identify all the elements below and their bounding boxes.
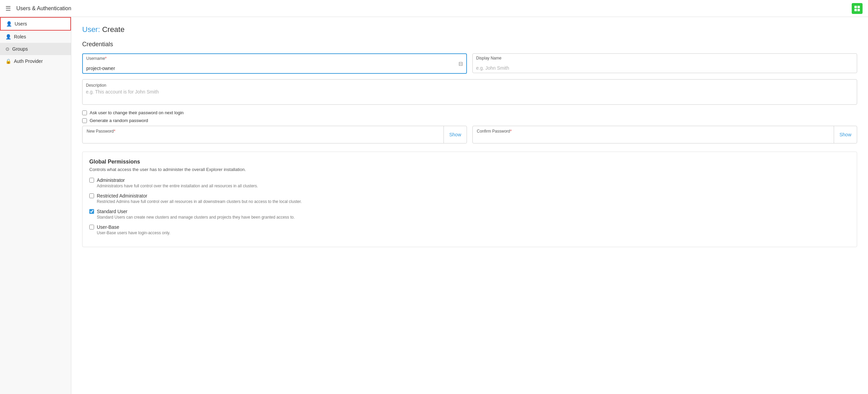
generate-password-checkbox[interactable] bbox=[82, 118, 87, 123]
sidebar: 👤 Users 👤 Roles ⊙ Groups 🔒 Auth Provider bbox=[0, 17, 71, 394]
description-input-wrapper[interactable]: Description bbox=[82, 79, 857, 105]
sidebar-item-roles[interactable]: 👤 Roles bbox=[0, 31, 71, 43]
credentials-row-1: Username* ⊟ Display Name bbox=[82, 53, 857, 74]
administrator-desc: Administrators have full control over th… bbox=[97, 184, 850, 188]
generate-password-row: Generate a random password bbox=[82, 118, 857, 123]
svg-rect-1 bbox=[857, 6, 860, 8]
permission-user-base: User-Base User-Base users have login-acc… bbox=[89, 224, 850, 235]
user-base-checkbox[interactable] bbox=[89, 225, 94, 229]
new-password-inner: New Password* bbox=[83, 126, 444, 143]
content-area: User: Create Credentials Username* ⊟ bbox=[71, 17, 868, 394]
groups-icon: ⊙ bbox=[5, 46, 10, 52]
new-password-field: New Password* Show bbox=[82, 126, 467, 143]
restricted-admin-desc: Restricted Admins have full control over… bbox=[97, 199, 850, 204]
main-layout: 👤 Users 👤 Roles ⊙ Groups 🔒 Auth Provider… bbox=[0, 17, 868, 394]
generate-password-label: Generate a random password bbox=[90, 118, 148, 123]
username-label: Username* bbox=[86, 54, 458, 61]
permissions-title: Global Permissions bbox=[89, 159, 850, 165]
permission-restricted-admin-header: Restricted Administrator bbox=[89, 193, 850, 199]
confirm-password-show-button[interactable]: Show bbox=[834, 132, 857, 137]
permission-restricted-admin: Restricted Administrator Restricted Admi… bbox=[89, 193, 850, 204]
username-field: Username* ⊟ bbox=[82, 53, 467, 74]
credentials-row-2: Description bbox=[82, 79, 857, 105]
sidebar-item-groups[interactable]: ⊙ Groups bbox=[0, 43, 71, 55]
permission-user-base-header: User-Base bbox=[89, 224, 850, 230]
display-name-label: Display Name bbox=[476, 54, 853, 61]
roles-icon: 👤 bbox=[5, 34, 11, 39]
permissions-desc: Controls what access the user has to adm… bbox=[89, 167, 850, 172]
ask-password-row: Ask user to change their password on nex… bbox=[82, 110, 857, 115]
sidebar-item-roles-label: Roles bbox=[14, 34, 26, 39]
top-bar: ☰ Users & Authentication bbox=[0, 0, 868, 17]
username-input[interactable] bbox=[86, 62, 458, 73]
administrator-checkbox[interactable] bbox=[89, 178, 94, 183]
display-name-input[interactable] bbox=[476, 62, 853, 73]
hamburger-icon[interactable]: ☰ bbox=[5, 5, 11, 12]
standard-user-desc: Standard Users can create new clusters a… bbox=[97, 215, 850, 220]
page-title-rest: Create bbox=[100, 25, 125, 34]
description-label: Description bbox=[86, 83, 853, 88]
sidebar-item-auth-label: Auth Provider bbox=[14, 58, 43, 64]
ask-password-label: Ask user to change their password on nex… bbox=[90, 110, 184, 115]
administrator-label: Administrator bbox=[97, 177, 125, 183]
svg-rect-2 bbox=[854, 9, 857, 11]
puzzle-icon[interactable] bbox=[852, 3, 863, 14]
auth-icon: 🔒 bbox=[5, 58, 11, 64]
page-header: User: Create bbox=[82, 25, 857, 34]
new-password-input[interactable] bbox=[87, 135, 439, 140]
page-title: User: Create bbox=[82, 25, 857, 34]
user-base-desc: User-Base users have login-access only. bbox=[97, 230, 850, 235]
password-row: New Password* Show Confirm Password* bbox=[82, 126, 857, 143]
restricted-admin-label: Restricted Administrator bbox=[97, 193, 147, 199]
page-title-accent: User: bbox=[82, 25, 100, 34]
sidebar-item-users[interactable]: 👤 Users bbox=[0, 17, 71, 31]
app-title: Users & Authentication bbox=[16, 5, 71, 12]
svg-rect-0 bbox=[854, 6, 857, 8]
user-icon: 👤 bbox=[6, 21, 12, 27]
permission-standard-user-header: Standard User bbox=[89, 209, 850, 214]
permission-administrator: Administrator Administrators have full c… bbox=[89, 177, 850, 188]
username-copy-icon[interactable]: ⊟ bbox=[458, 61, 463, 67]
sidebar-item-users-label: Users bbox=[15, 21, 27, 27]
confirm-password-label: Confirm Password* bbox=[477, 129, 830, 134]
user-base-label: User-Base bbox=[97, 224, 119, 230]
display-name-input-wrapper[interactable]: Display Name bbox=[472, 53, 857, 73]
sidebar-item-groups-label: Groups bbox=[12, 46, 28, 52]
new-password-label: New Password* bbox=[87, 129, 439, 134]
ask-password-checkbox[interactable] bbox=[82, 110, 87, 115]
description-textarea[interactable] bbox=[86, 89, 853, 100]
credentials-title: Credentials bbox=[82, 41, 857, 48]
restricted-admin-checkbox[interactable] bbox=[89, 193, 94, 198]
display-name-field: Display Name bbox=[472, 53, 857, 74]
new-password-show-button[interactable]: Show bbox=[444, 132, 467, 137]
permission-administrator-header: Administrator bbox=[89, 177, 850, 183]
permission-standard-user: Standard User Standard Users can create … bbox=[89, 209, 850, 220]
permissions-section: Global Permissions Controls what access … bbox=[82, 152, 857, 247]
standard-user-label: Standard User bbox=[97, 209, 127, 214]
svg-rect-3 bbox=[857, 9, 860, 11]
username-input-wrapper[interactable]: Username* ⊟ bbox=[82, 53, 467, 74]
standard-user-checkbox[interactable] bbox=[89, 209, 94, 214]
sidebar-item-auth-provider[interactable]: 🔒 Auth Provider bbox=[0, 55, 71, 67]
credentials-section: Credentials Username* ⊟ bbox=[82, 41, 857, 143]
confirm-password-field: Confirm Password* Show bbox=[472, 126, 857, 143]
confirm-password-inner: Confirm Password* bbox=[473, 126, 834, 143]
description-field: Description bbox=[82, 79, 857, 105]
confirm-password-input[interactable] bbox=[477, 135, 830, 140]
